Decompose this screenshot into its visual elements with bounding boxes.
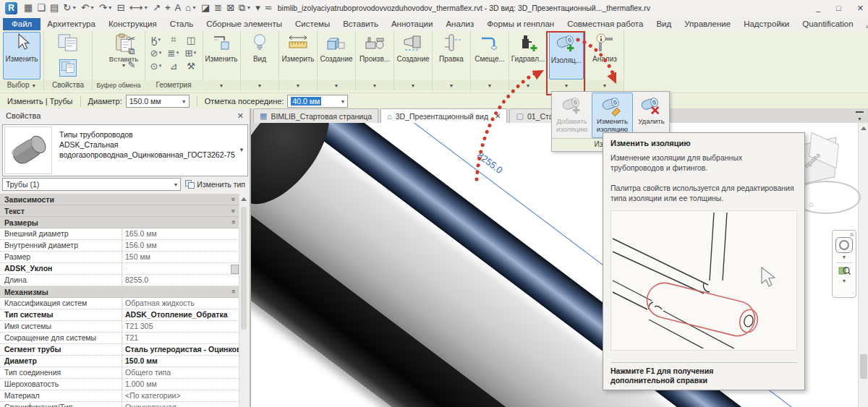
match-type-icon[interactable]: ✎	[124, 58, 139, 71]
section-chevron-icon[interactable]: »	[230, 220, 238, 225]
tab-overflow-chevron[interactable]: »	[866, 22, 868, 30]
thin-lines-icon[interactable]: ≣	[214, 0, 222, 16]
join-icon[interactable]: ◫	[182, 33, 200, 46]
ribbon-tab-file[interactable]: Файл	[3, 18, 41, 30]
ribbon-tab-управление[interactable]: Управление	[678, 18, 737, 30]
edit-insulation-button[interactable]: Изменитьизоляцию	[592, 93, 633, 138]
ribbon-tab-вид[interactable]: Вид	[650, 18, 678, 30]
print-icon[interactable]: ⊟	[117, 0, 125, 16]
panel-label-select[interactable]: Выбор ▼	[0, 80, 43, 90]
close-icon[interactable]: ✕	[237, 111, 244, 121]
ribbon-tab-архитектура[interactable]: Архитектура	[41, 18, 102, 30]
sync-icon[interactable]: ↻▼	[63, 0, 77, 16]
zoom-region-icon[interactable]	[838, 265, 851, 277]
middle-elevation-combobox[interactable]: 40.0 мм▼	[287, 95, 348, 108]
ribbon-tab-формы-и-генплан[interactable]: Формы и генплан	[480, 18, 561, 30]
property-value[interactable]: ADSK_Отопление_Обратка	[122, 309, 240, 320]
panel-caret-hydraulic[interactable]: ▼	[509, 80, 547, 90]
property-section[interactable]: Зависимости»	[0, 194, 240, 205]
aligned-dimension-icon[interactable]: ↗	[153, 0, 161, 16]
property-value[interactable]: <По категории>	[122, 390, 240, 401]
selection-filter-combobox[interactable]: Трубы (1)▼	[2, 178, 181, 191]
copy-icon[interactable]: ⧉	[124, 45, 139, 58]
section-icon[interactable]: ◪	[201, 0, 210, 16]
property-value[interactable]: 156.0 мм	[122, 240, 240, 251]
section-chevron-icon[interactable]: »	[230, 197, 238, 202]
insulation-button[interactable]: Изоляц...	[549, 32, 584, 80]
switch-windows-icon[interactable]: ⧉▼	[239, 0, 251, 16]
property-section[interactable]: Размеры»	[0, 217, 240, 228]
property-value[interactable]: Обратная жидкость	[122, 298, 240, 309]
properties-toggle-button[interactable]	[59, 59, 77, 77]
split-icon[interactable]: ≣▼	[165, 46, 182, 59]
property-value[interactable]: 150.0 мм	[122, 356, 240, 367]
ribbon-tab-анализ[interactable]: Анализ	[439, 18, 480, 30]
ribbon-tab-сборные-элементы[interactable]: Сборные элементы	[200, 18, 289, 30]
section-chevron-icon[interactable]: »	[230, 290, 238, 294]
analysis-button[interactable]: Анализ	[587, 32, 622, 80]
ribbon-tab-вставить[interactable]: Вставить	[336, 18, 385, 30]
paint-icon[interactable]: ⊞▼	[182, 46, 200, 59]
panel-caret-create2[interactable]: ▼	[394, 80, 432, 90]
panel-caret-create[interactable]: ▼	[318, 80, 355, 90]
offset-button[interactable]: Смеще...	[472, 32, 507, 80]
create-button[interactable]: Создание	[319, 32, 354, 80]
property-value[interactable]: 165.0 мм	[122, 228, 240, 239]
ribbon-tab-сталь[interactable]: Сталь	[163, 18, 200, 30]
interface-icon[interactable]: ▦	[24, 0, 33, 16]
property-value[interactable]: 8255.0	[122, 275, 240, 286]
type-selector[interactable]: Типы трубопроводов ADSK_Стальная водогаз…	[2, 124, 248, 176]
title-separator[interactable]: ≂	[265, 0, 273, 16]
panel-caret-edit[interactable]: ▼	[433, 80, 470, 90]
redo-icon[interactable]: ↷▼	[99, 0, 113, 16]
fabrication-button[interactable]: Произв...	[357, 32, 392, 80]
tab-list-icon[interactable]: ▼	[856, 111, 864, 122]
demolish-icon[interactable]: ⚒	[182, 59, 200, 72]
cope-icon[interactable]: Ӄ▼	[148, 33, 165, 46]
view-tab-3d-view[interactable]: ⌂3D_Презентационный вид✕	[380, 108, 507, 123]
ribbon-tab-quantification[interactable]: Quantification	[796, 18, 859, 30]
property-section[interactable]: Текст»	[0, 205, 240, 217]
default-3d-view-icon[interactable]: ⌂▼	[185, 0, 197, 16]
revit-logo[interactable]: R	[5, 2, 20, 14]
panel-caret-fabrication[interactable]: ▼	[356, 80, 393, 90]
viewcube-home-icon[interactable]: ⌂	[809, 200, 814, 208]
property-value[interactable]: Оцинкованная	[122, 402, 240, 407]
diameter-combobox[interactable]: 150.0 мм▼	[126, 95, 190, 108]
close-button[interactable]: ✕	[857, 4, 864, 13]
close-hidden-windows-icon[interactable]: ⊠	[226, 0, 234, 16]
undo-icon[interactable]: ↶▼	[81, 0, 95, 16]
view-button[interactable]: Вид	[242, 32, 277, 80]
tag-icon[interactable]: ⌖	[165, 0, 170, 16]
panel-caret-view[interactable]: ▼	[241, 80, 278, 90]
property-value[interactable]: 150 мм	[122, 252, 240, 262]
ribbon-tab-надстройки[interactable]: Надстройки	[737, 18, 796, 30]
minimize-button[interactable]: _	[816, 4, 820, 12]
panel-caret-analysis[interactable]: ▼	[586, 80, 624, 90]
offset-icon[interactable]: ⊘▼	[148, 46, 165, 59]
property-value[interactable]: Сталь углеродистая - Оцинков...	[122, 344, 240, 355]
close-view-icon[interactable]: ✕	[495, 112, 501, 120]
ribbon-tab-аннотации[interactable]: Аннотации	[385, 18, 439, 30]
section-chevron-icon[interactable]: »	[230, 209, 238, 213]
property-value[interactable]	[122, 263, 240, 274]
user-interface-button[interactable]	[57, 33, 79, 53]
panel-caret-offset[interactable]: ▼	[471, 80, 509, 90]
text-icon[interactable]: A	[175, 0, 182, 16]
ribbon-tab-системы[interactable]: Системы	[289, 18, 336, 30]
property-value[interactable]: Т21	[122, 333, 240, 343]
modify-button[interactable]: Изменить	[204, 32, 239, 80]
slider-box[interactable]	[231, 265, 239, 274]
properties-scrollbar[interactable]	[239, 194, 248, 407]
create2-button[interactable]: Создание	[396, 32, 430, 80]
panel-caret-modify[interactable]: ▼	[203, 80, 240, 90]
navigation-bar[interactable]: ⊗ ▼ ▼ ◦	[832, 230, 856, 298]
qat-customize-caret[interactable]: ▾	[255, 0, 260, 16]
property-value[interactable]: Т21 305	[122, 321, 240, 332]
ribbon-tab-совместная-работа[interactable]: Совместная работа	[561, 18, 650, 30]
navbar-close-icon[interactable]: ⊗	[849, 231, 854, 238]
ribbon-tab-конструкция[interactable]: Конструкция	[102, 18, 163, 30]
cut-geometry-icon[interactable]: ⌗	[165, 33, 182, 46]
property-value[interactable]: Общего типа	[122, 367, 240, 378]
maximize-button[interactable]: □	[836, 4, 841, 12]
